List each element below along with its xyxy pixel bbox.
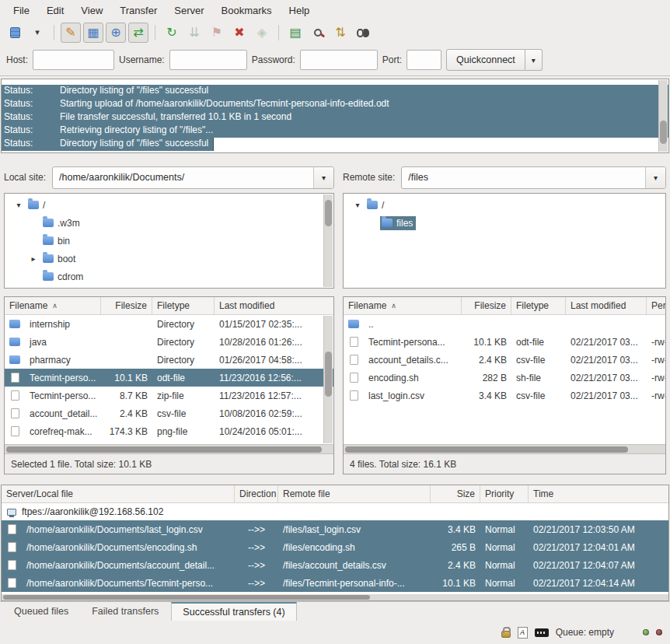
- tab-failed-transfers[interactable]: Failed transfers: [81, 602, 169, 621]
- queue-hscrollbar-thumb[interactable]: [3, 595, 370, 600]
- local-column-modified[interactable]: Last modified: [215, 297, 333, 314]
- synchronized-browsing-button[interactable]: [353, 23, 373, 43]
- message-log[interactable]: Status:Directory listing of "/files" suc…: [1, 79, 669, 153]
- local-tree-item[interactable]: ▸boot: [5, 250, 333, 268]
- expander-open-icon[interactable]: ▾: [350, 201, 365, 209]
- local-list-hscrollbar[interactable]: [5, 444, 333, 453]
- remote-site-combo[interactable]: /files ▾: [401, 166, 666, 189]
- filename-filter-button[interactable]: [308, 23, 328, 43]
- log-entry[interactable]: Status:Starting upload of /home/aaronkil…: [2, 98, 668, 111]
- toggle-transfer-queue-button[interactable]: ⇄: [128, 23, 148, 43]
- local-tree-item[interactable]: .w3m: [5, 214, 333, 232]
- host-label: Host:: [6, 54, 28, 65]
- remote-column-modified[interactable]: Last modified: [566, 297, 647, 314]
- expander-open-icon[interactable]: ▾: [11, 201, 26, 209]
- log-scrollbar-thumb[interactable]: [660, 121, 667, 144]
- local-tree-item[interactable]: cdrom: [5, 268, 333, 285]
- transfer-row[interactable]: /home/aaronkilik/Documents/last_login.cs…: [2, 520, 668, 538]
- toggle-remote-tree-button[interactable]: ⊕: [106, 23, 126, 43]
- process-queue-button[interactable]: ⇊: [184, 23, 204, 43]
- host-input[interactable]: [33, 50, 114, 70]
- directory-comparison-button[interactable]: ⇅: [330, 23, 351, 43]
- local-site-combo[interactable]: /home/aaronkilik/Documents/ ▾: [52, 166, 334, 189]
- remote-tree-item[interactable]: ▾/: [344, 196, 665, 214]
- site-manager-button[interactable]: [5, 23, 25, 43]
- local-file-row[interactable]: account_detail...2.4 KBcsv-file10/08/201…: [5, 404, 333, 422]
- remote-path[interactable]: /files: [402, 167, 645, 188]
- directory-listing-button[interactable]: ▤: [285, 23, 305, 43]
- menu-item-help[interactable]: Help: [281, 2, 319, 19]
- local-list-scrollbar[interactable]: [323, 316, 333, 443]
- toggle-local-tree-button[interactable]: ▦: [83, 23, 103, 43]
- remote-file-row[interactable]: Tecmint-persona...10.1 KBodt-file02/21/2…: [344, 333, 665, 351]
- reconnect-button[interactable]: ◈: [252, 23, 272, 43]
- local-column-filesize[interactable]: Filesize: [101, 297, 152, 314]
- status-bar: A Queue: empty: [0, 621, 670, 644]
- queue-column-priority[interactable]: Priority: [480, 485, 529, 502]
- local-file-row[interactable]: corefreq-mak...174.3 KBpng-file10/24/201…: [5, 422, 333, 440]
- remote-tree-item[interactable]: files: [344, 214, 665, 232]
- tab-successful-transfers[interactable]: Successful transfers (4): [171, 602, 296, 621]
- remote-column-filename[interactable]: Filename∧: [344, 297, 462, 314]
- refresh-button[interactable]: ↻: [162, 23, 182, 43]
- menu-item-transfer[interactable]: Transfer: [111, 2, 166, 19]
- local-list-hscrollbar-thumb[interactable]: [6, 446, 322, 453]
- menu-item-edit[interactable]: Edit: [38, 2, 72, 19]
- password-input[interactable]: [300, 50, 378, 70]
- remote-list-hscrollbar-thumb[interactable]: [345, 446, 628, 453]
- filesize-cell: 2.4 KB: [101, 408, 152, 419]
- log-scrollbar[interactable]: [658, 80, 668, 152]
- log-entry[interactable]: Status:Directory listing of "/files" suc…: [2, 85, 668, 98]
- remote-file-row[interactable]: ..: [344, 315, 665, 333]
- toggle-message-log-button[interactable]: ✎: [61, 23, 81, 43]
- menu-item-file[interactable]: File: [5, 2, 38, 19]
- queue-column-remote[interactable]: Remote file: [278, 485, 431, 502]
- remote-column-filesize[interactable]: Filesize: [462, 297, 511, 314]
- tab-queued-files[interactable]: Queued files: [3, 602, 79, 621]
- cancel-operation-button[interactable]: ⚑: [207, 23, 227, 43]
- transfer-row[interactable]: /home/aaronkilik/Documents/Tecmint-perso…: [2, 574, 668, 592]
- disconnect-button[interactable]: ✖: [229, 23, 250, 43]
- local-tree-scrollbar[interactable]: [323, 194, 333, 287]
- local-path[interactable]: /home/aaronkilik/Documents/: [53, 167, 313, 188]
- local-file-row[interactable]: Tecmint-perso...10.1 KBodt-file11/23/201…: [5, 369, 333, 387]
- menu-item-server[interactable]: Server: [166, 2, 212, 19]
- transfer-row[interactable]: /home/aaronkilik/Documents/encoding.sh--…: [2, 538, 668, 556]
- remote-file-row[interactable]: last_login.csv3.4 KBcsv-file02/21/2017 0…: [344, 387, 665, 404]
- remote-list-hscrollbar[interactable]: [344, 444, 665, 453]
- local-column-filename[interactable]: Filename∧: [5, 297, 101, 314]
- local-tree-item[interactable]: ▾/: [5, 196, 333, 214]
- remote-column-filetype[interactable]: Filetype: [511, 297, 566, 314]
- queue-column-time[interactable]: Time: [529, 485, 668, 502]
- local-file-row[interactable]: Tecmint-perso...8.7 KBzip-file11/23/2016…: [5, 387, 333, 404]
- local-list-scrollbar-thumb[interactable]: [325, 352, 332, 397]
- local-column-filetype[interactable]: Filetype: [152, 297, 215, 314]
- expander-closed-icon[interactable]: ▸: [26, 254, 41, 263]
- log-entry[interactable]: Status:Directory listing of "/files" suc…: [2, 138, 668, 151]
- site-manager-dropdown[interactable]: ▾: [27, 23, 47, 43]
- log-entry[interactable]: Status:File transfer successful, transfe…: [2, 111, 668, 124]
- transfer-row[interactable]: /home/aaronkilik/Documents/account_detai…: [2, 556, 668, 574]
- local-tree-scrollbar-thumb[interactable]: [325, 200, 332, 226]
- username-input[interactable]: [169, 50, 247, 70]
- local-file-row[interactable]: internshipDirectory01/15/2017 02:35:...: [5, 315, 333, 333]
- quickconnect-dropdown[interactable]: ▾: [525, 49, 543, 71]
- remote-column-permissions[interactable]: Per: [647, 297, 665, 314]
- queue-server-row[interactable]: ftpes://aaronkilik@192.168.56.102: [2, 503, 668, 520]
- local-file-row[interactable]: pharmacyDirectory01/26/2017 04:58:...: [5, 351, 333, 369]
- remote-site-dropdown[interactable]: ▾: [645, 167, 665, 188]
- queue-column-local[interactable]: Server/Local file: [2, 485, 235, 502]
- menu-item-bookmarks[interactable]: Bookmarks: [213, 2, 281, 19]
- log-entry[interactable]: Status:Retrieving directory listing of "…: [2, 124, 668, 138]
- quickconnect-button[interactable]: Quickconnect: [446, 49, 525, 71]
- menu-item-view[interactable]: View: [72, 2, 111, 19]
- local-site-dropdown[interactable]: ▾: [313, 167, 333, 188]
- local-file-row[interactable]: javaDirectory10/28/2016 01:26:...: [5, 333, 333, 351]
- queue-column-size[interactable]: Size: [431, 485, 480, 502]
- queue-column-direction[interactable]: Direction: [235, 485, 278, 502]
- remote-file-row[interactable]: account_details.c...2.4 KBcsv-file02/21/…: [344, 351, 665, 369]
- local-tree-item[interactable]: bin: [5, 232, 333, 250]
- port-input[interactable]: [407, 50, 441, 70]
- queue-hscrollbar[interactable]: [2, 594, 668, 600]
- remote-file-row[interactable]: encoding.sh282 Bsh-file02/21/2017 03...-…: [344, 369, 665, 387]
